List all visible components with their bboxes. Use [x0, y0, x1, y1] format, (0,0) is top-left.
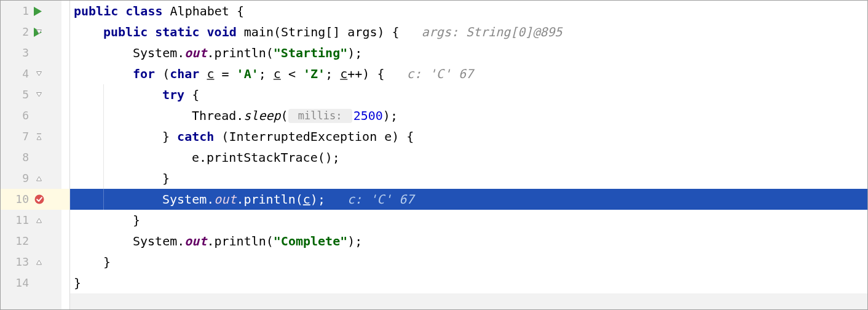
code-token: e.printStackTrace(); [192, 147, 340, 168]
editor-line[interactable]: 14 } [1, 272, 867, 293]
code-text[interactable]: System.out.println("Starting"); [70, 42, 867, 63]
inline-hint: args: String[0]@895 [422, 22, 562, 42]
line-number: 1 [1, 1, 30, 22]
code-token: ; [325, 63, 340, 84]
line-number: 11 [1, 210, 30, 231]
editor-line[interactable]: 8 e.printStackTrace(); [1, 147, 867, 168]
line-number: 8 [1, 147, 30, 168]
line-number: 9 [1, 168, 30, 189]
code-token: < [281, 63, 303, 84]
code-text[interactable]: } catch (InterruptedException e) { [70, 126, 867, 147]
code-token: ; [259, 63, 274, 84]
editor-line[interactable]: 4 for (char c = 'A'; c < 'Z'; c++) { c: … [1, 63, 867, 84]
editor-line[interactable]: 2 public static void main(String[] args)… [1, 22, 867, 42]
keyword: for [133, 63, 162, 84]
field-ref: out [184, 42, 207, 63]
code-token: .println( [207, 231, 273, 252]
line-number: 6 [1, 105, 30, 126]
code-token: System. [133, 231, 184, 252]
code-token: .println( [236, 189, 302, 210]
editor-line[interactable]: 11 } [1, 210, 867, 231]
number-literal: 2500 [353, 105, 383, 126]
char-literal: 'Z' [303, 63, 325, 84]
variable: c [207, 63, 214, 84]
line-number: 4 [1, 63, 30, 84]
line-number: 10 [1, 189, 30, 210]
code-editor[interactable]: 1 public class Alphabet { 2 public stati… [1, 1, 867, 309]
code-text[interactable]: try { [70, 84, 867, 105]
editor-line[interactable]: 7 } catch (InterruptedException e) { [1, 126, 867, 147]
string-literal: "Starting" [274, 42, 347, 63]
variable: c [340, 63, 347, 84]
field-ref: out [214, 189, 236, 210]
editor-filler [1, 293, 867, 309]
method-call: sleep [243, 105, 280, 126]
code-text[interactable]: } [70, 272, 867, 293]
method-signature: main(String[] args) { [244, 22, 422, 42]
editor-line[interactable]: 5 try { [1, 84, 867, 105]
code-text[interactable]: public static void main(String[] args) {… [70, 22, 867, 42]
code-token: ); [383, 105, 398, 126]
code-text[interactable]: Thread.sleep( millis: 2500); [70, 105, 867, 126]
code-text[interactable]: public class Alphabet { [70, 1, 867, 22]
code-text[interactable]: } [70, 252, 867, 272]
parameter-hint: millis: [288, 109, 352, 123]
code-token: ); [347, 231, 362, 252]
code-token: Thread. [192, 105, 243, 126]
code-token: ); [310, 189, 347, 210]
inline-hint: c: 'C' 67 [347, 189, 414, 210]
line-number: 5 [1, 84, 30, 105]
field-ref: out [184, 231, 207, 252]
line-number: 2 [1, 22, 30, 42]
brace: } [133, 210, 140, 231]
editor-line-current[interactable]: 10 System.out.println(c); c: 'C' 67 [1, 189, 867, 210]
brace: { [237, 1, 244, 22]
brace: { [192, 84, 199, 105]
code-token: ( [281, 105, 288, 126]
keyword: public static void [103, 22, 244, 42]
code-token: ++) { [347, 63, 406, 84]
gutter: 14 [1, 272, 61, 293]
code-token: ); [347, 42, 362, 63]
code-token: = [214, 63, 236, 84]
string-literal: "Complete" [274, 231, 347, 252]
fold-column [61, 272, 70, 293]
variable: c [303, 189, 310, 210]
code-text[interactable]: System.out.println(c); c: 'C' 67 [70, 189, 867, 210]
keyword: catch [177, 126, 221, 147]
code-token: ( [162, 63, 170, 84]
keyword: char [170, 63, 207, 84]
brace: } [103, 252, 111, 272]
line-number: 7 [1, 126, 30, 147]
code-token: System. [133, 42, 184, 63]
editor-line[interactable]: 3 System.out.println("Starting"); [1, 42, 867, 63]
editor-line[interactable]: 12 System.out.println("Complete"); [1, 231, 867, 252]
line-number: 13 [1, 252, 30, 272]
code-token: .println( [207, 42, 273, 63]
code-text[interactable]: for (char c = 'A'; c < 'Z'; c++) { c: 'C… [70, 63, 867, 84]
brace: } [162, 126, 177, 147]
editor-line[interactable]: 9 } [1, 168, 867, 189]
char-literal: 'A' [237, 63, 259, 84]
line-number: 3 [1, 42, 30, 63]
editor-line[interactable]: 1 public class Alphabet { [1, 1, 867, 22]
keyword: try [162, 84, 192, 105]
class-name: Alphabet [170, 1, 237, 22]
code-text[interactable]: } [70, 168, 867, 189]
editor-line[interactable]: 6 Thread.sleep( millis: 2500); [1, 105, 867, 126]
fold-column[interactable] [61, 252, 70, 272]
code-text[interactable]: e.printStackTrace(); [70, 147, 867, 168]
code-token: (InterruptedException e) { [221, 126, 414, 147]
code-text[interactable]: } [70, 210, 867, 231]
line-number: 12 [1, 231, 30, 252]
line-number: 14 [1, 272, 30, 293]
code-token: System. [162, 189, 214, 210]
editor-line[interactable]: 13 } [1, 252, 867, 272]
code-text[interactable]: System.out.println("Complete"); [70, 231, 867, 252]
brace: } [162, 168, 170, 189]
variable: c [274, 63, 281, 84]
inline-hint: c: 'C' 67 [407, 63, 473, 84]
